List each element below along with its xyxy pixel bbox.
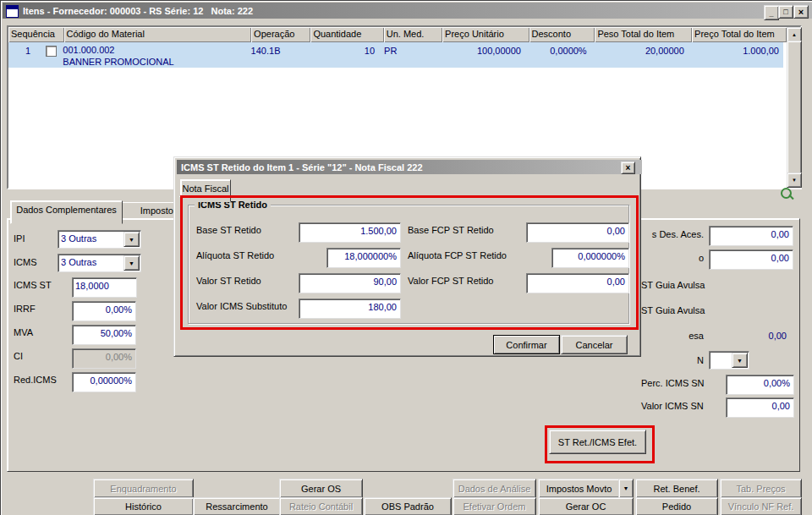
- valor-icms-sn-label: Valor ICMS SN: [641, 401, 704, 412]
- vinculo-nf-ref-button: Vínculo NF Ref.: [720, 497, 802, 515]
- aliquota-fcp-st-retido-label: Alíquota FCP ST Retido: [408, 250, 507, 261]
- col-preco-unit[interactable]: Preço Unitário: [442, 27, 529, 42]
- ret-benef-button[interactable]: Ret. Benef.: [635, 479, 718, 498]
- row-seq: 1: [25, 46, 30, 56]
- tab-dados-complementares[interactable]: Dados Complementares: [10, 200, 123, 224]
- col-peso-total[interactable]: Peso Total do Item: [595, 27, 692, 42]
- tab-nota-fiscal[interactable]: Nota Fiscal: [180, 179, 231, 202]
- des-aces-field[interactable]: 0,00: [709, 226, 793, 246]
- right-row6-label: N: [682, 355, 704, 366]
- dialog-title: ICMS ST Retido do Item 1 - Série "12" - …: [181, 162, 423, 173]
- row-desconto: 0,0000%: [525, 42, 591, 68]
- application-window: { "window": { "title": "Itens - Forneced…: [0, 0, 812, 515]
- impostos-movto-button[interactable]: Impostos Movto: [538, 479, 620, 498]
- historico-button[interactable]: Histórico: [93, 497, 194, 515]
- window-title: Itens - Fornecedor: 000003 - RS Série: 1…: [23, 6, 253, 16]
- col-operacao[interactable]: Operação: [251, 27, 310, 42]
- perc-icms-sn-label: Perc. ICMS SN: [641, 378, 705, 389]
- aliquota-st-retido-label: Alíquota ST Retido: [196, 250, 274, 261]
- row-checkbox[interactable]: [46, 46, 57, 57]
- ipi-combo[interactable]: 3 Outras ▼: [58, 230, 141, 249]
- dialog-close-button[interactable]: ×: [621, 162, 635, 174]
- icms-label: ICMS: [14, 257, 37, 268]
- gerar-os-button[interactable]: Gerar OS: [279, 479, 363, 498]
- col-desconto[interactable]: Desconto: [529, 27, 595, 42]
- perc-icms-sn-field[interactable]: 0,00%: [726, 375, 794, 395]
- window-titlebar[interactable]: Itens - Fornecedor: 000003 - RS Série: 1…: [3, 3, 812, 19]
- ipi-combo-value: 3 Outras: [61, 233, 96, 244]
- col-unmed[interactable]: Un. Med.: [384, 27, 442, 42]
- valor-icms-substituto-label: Valor ICMS Substituto: [196, 301, 287, 312]
- close-icon: ×: [798, 7, 804, 17]
- cell-material: 001.000.002 BANNER PROMOCIONAL: [59, 42, 247, 68]
- red-icms-field[interactable]: 0,00000%: [72, 372, 136, 392]
- base-st-retido-field[interactable]: 1.500,00: [299, 222, 401, 243]
- mva-label: MVA: [14, 327, 33, 338]
- valor-icms-sn-field[interactable]: 0,00: [726, 397, 794, 418]
- valor-icms-substituto-field[interactable]: 180,00: [299, 299, 401, 319]
- aliquota-st-retido-field[interactable]: 18,000000%: [326, 248, 401, 268]
- chevron-down-icon[interactable]: ▼: [123, 232, 140, 247]
- table-row[interactable]: 1 001.000.002 BANNER PROMOCIONAL 140.1B …: [8, 42, 783, 68]
- rateio-contabil-button: Rateio Contábil: [279, 497, 363, 515]
- ressarcimento-button[interactable]: Ressarcimento: [193, 497, 281, 515]
- obs-padrao-button[interactable]: OBS Padrão: [364, 497, 452, 515]
- pedido-button[interactable]: Pedido: [635, 497, 718, 515]
- close-icon: ×: [626, 163, 631, 173]
- maximize-button[interactable]: □: [778, 5, 793, 19]
- st-guia-avulsa-label-2: ST Guia Avulsa: [641, 305, 705, 316]
- right-row2-field[interactable]: 0,00: [709, 249, 793, 270]
- valor-fcp-st-retido-field[interactable]: 0,00: [526, 273, 629, 293]
- minimize-button[interactable]: _: [764, 5, 779, 20]
- grid-scrollbar[interactable]: ▲ ▼: [787, 27, 800, 188]
- right-row6-combo[interactable]: ▼: [709, 351, 749, 370]
- icms-st-field[interactable]: 18,0000: [72, 277, 137, 298]
- valor-st-retido-field[interactable]: 90,00: [299, 273, 401, 293]
- valor-st-retido-label: Valor ST Retido: [196, 276, 261, 287]
- base-fcp-st-retido-field[interactable]: 0,00: [526, 222, 629, 243]
- row-quantidade: 10: [306, 42, 380, 68]
- zoom-icon[interactable]: [780, 187, 793, 200]
- aliquota-fcp-st-retido-field[interactable]: 0,000000%: [551, 248, 629, 268]
- impostos-movto-dropdown-icon[interactable]: ▼: [618, 479, 634, 498]
- maximize-icon: □: [783, 8, 787, 16]
- close-button[interactable]: ×: [793, 5, 809, 19]
- confirmar-button[interactable]: Confirmar: [493, 335, 560, 354]
- mva-field[interactable]: 50,00%: [72, 325, 136, 345]
- icms-combo[interactable]: 3 Outras ▼: [58, 254, 141, 272]
- valor-fcp-st-retido-label: Valor FCP ST Retido: [408, 276, 494, 287]
- row-operacao: 140.1B: [248, 42, 306, 68]
- icms-st-retido-dialog: ICMS ST Retido do Item 1 - Série "12" - …: [173, 156, 641, 357]
- base-fcp-st-retido-label: Base FCP ST Retido: [408, 225, 494, 236]
- col-quantidade[interactable]: Quantidade: [310, 27, 383, 42]
- dialog-titlebar[interactable]: ICMS ST Retido do Item 1 - Série "12" - …: [177, 160, 642, 174]
- right-row5-label: esa: [667, 331, 704, 342]
- des-aces-label: s Des. Aces.: [634, 229, 704, 240]
- st-ret-icms-efet-button[interactable]: ST Ret./ICMS Efet.: [549, 430, 646, 454]
- chevron-down-icon[interactable]: ▼: [732, 353, 748, 368]
- col-sequencia[interactable]: Sequência: [8, 27, 64, 42]
- cancelar-button[interactable]: Cancelar: [561, 335, 628, 354]
- gerar-oc-button[interactable]: Gerar OC: [538, 497, 634, 515]
- row-preco-unitario: 100,00000: [438, 42, 525, 68]
- chevron-down-icon[interactable]: ▼: [123, 255, 140, 271]
- row-unmed: PR: [380, 42, 438, 68]
- col-preco-total[interactable]: Preço Total do Item: [692, 27, 787, 42]
- icms-combo-value: 3 Outras: [61, 257, 96, 267]
- ci-label: CI: [14, 351, 23, 362]
- grid-header: Sequência Código do Material Operação Qu…: [8, 27, 787, 42]
- tab-precos-button: Tab. Preços: [720, 479, 802, 498]
- scroll-down-icon[interactable]: ▼: [787, 173, 802, 188]
- col-codigo[interactable]: Código do Material: [64, 27, 252, 42]
- ipi-label: IPI: [14, 233, 25, 244]
- right-row5-value: 0,00: [724, 331, 787, 342]
- enquadramento-button: Enquadramento: [93, 479, 194, 498]
- base-st-retido-label: Base ST Retido: [196, 225, 261, 236]
- icms-st-label: ICMS ST: [14, 280, 52, 291]
- irrf-label: IRRF: [14, 304, 36, 315]
- right-row2-label: o: [634, 253, 704, 264]
- scroll-thumb[interactable]: [787, 41, 802, 174]
- row-descricao: BANNER PROMOCIONAL: [63, 56, 247, 68]
- row-preco-total: 1.000,00: [689, 42, 783, 68]
- irrf-field[interactable]: 0,00%: [72, 301, 136, 321]
